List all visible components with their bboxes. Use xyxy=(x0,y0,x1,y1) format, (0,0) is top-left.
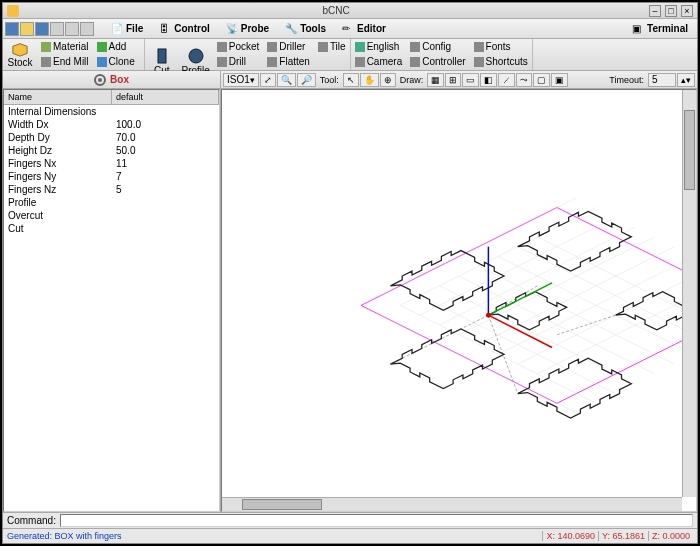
svg-line-25 xyxy=(488,315,517,393)
save-icon[interactable] xyxy=(35,22,49,36)
table-row[interactable]: Fingers Nx11 xyxy=(4,157,219,170)
prop-value[interactable] xyxy=(112,105,219,118)
svg-line-24 xyxy=(390,315,488,364)
svg-marker-0 xyxy=(13,44,27,56)
table-row[interactable]: Cut xyxy=(4,222,219,235)
prop-name: Overcut xyxy=(4,209,112,222)
menu-terminal[interactable]: ▣Terminal xyxy=(625,20,695,38)
col-default-header[interactable]: default xyxy=(112,90,219,104)
zoom-in-button[interactable]: 🔍 xyxy=(277,73,296,87)
table-row[interactable]: Width Dx100.0 xyxy=(4,118,219,131)
draw-grid-button[interactable]: ▦ xyxy=(427,73,444,87)
toolbar: Stock Material Add End Mill Clone Rename… xyxy=(3,39,697,71)
prop-value[interactable]: 7 xyxy=(112,170,219,183)
col-name-header[interactable]: Name xyxy=(4,90,112,104)
vertical-scrollbar[interactable] xyxy=(682,90,696,497)
menu-tools[interactable]: 🔧Tools xyxy=(278,20,333,38)
zoom-out-button[interactable]: 🔎 xyxy=(297,73,316,87)
canvas-toolbar: ISO1 ▾ ⤢ 🔍 🔎 Tool: ↖ ✋ ⊕ Draw: ▦ ⊞ ▭ ◧ ⟋… xyxy=(221,71,697,89)
drill-icon xyxy=(217,57,227,67)
material-button[interactable]: Material xyxy=(37,39,93,54)
minimize-button[interactable]: – xyxy=(649,5,661,17)
menu-control[interactable]: 🎛Control xyxy=(152,20,217,38)
command-input[interactable] xyxy=(60,514,693,527)
status-message: Generated: BOX with fingers xyxy=(7,531,542,541)
timeout-spinner[interactable]: ▴▾ xyxy=(677,73,695,87)
prop-value[interactable]: 70.0 xyxy=(112,131,219,144)
add-button[interactable]: Add xyxy=(93,39,131,54)
draw-probe-button[interactable]: ◧ xyxy=(480,73,497,87)
fonts-button[interactable]: Fonts xyxy=(470,39,532,54)
controller-button[interactable]: Controller xyxy=(406,54,469,69)
close-button[interactable]: × xyxy=(681,5,693,17)
pocket-button[interactable]: Pocket xyxy=(213,39,264,54)
window-title: bCNC xyxy=(23,5,649,16)
pan-tool-button[interactable]: ✋ xyxy=(360,73,379,87)
timeout-label: Timeout: xyxy=(606,73,647,87)
panel-header: Box xyxy=(3,71,220,89)
prop-value[interactable]: 100.0 xyxy=(112,118,219,131)
drill-button[interactable]: Drill xyxy=(213,54,264,69)
shortcuts-button[interactable]: Shortcuts xyxy=(470,54,532,69)
draw-margin-button[interactable]: ▭ xyxy=(462,73,479,87)
draw-axes-button[interactable]: ⊞ xyxy=(445,73,461,87)
prop-value[interactable] xyxy=(112,209,219,222)
dropdown-icon[interactable] xyxy=(50,22,64,36)
endmill-icon xyxy=(41,57,51,67)
table-row[interactable]: Depth Dy70.0 xyxy=(4,131,219,144)
menu-editor[interactable]: ✏Editor xyxy=(335,20,393,38)
camera-button[interactable]: Camera xyxy=(351,54,407,69)
draw-camera-button[interactable]: ▣ xyxy=(551,73,568,87)
prop-value[interactable]: 11 xyxy=(112,157,219,170)
stock-button[interactable]: Stock xyxy=(3,39,37,70)
origin-marker xyxy=(486,313,491,318)
prop-name: Depth Dy xyxy=(4,131,112,144)
table-row[interactable]: Height Dz50.0 xyxy=(4,144,219,157)
driller-button[interactable]: Driller xyxy=(263,39,314,54)
terminal-icon: ▣ xyxy=(632,23,644,35)
table-row[interactable]: Fingers Nz5 xyxy=(4,183,219,196)
table-row[interactable]: Profile xyxy=(4,196,219,209)
canvas-viewport[interactable] xyxy=(221,89,697,512)
flatten-icon xyxy=(267,57,277,67)
open-icon[interactable] xyxy=(20,22,34,36)
gantry-tool-button[interactable]: ⊕ xyxy=(380,73,396,87)
menu-probe[interactable]: 📡Probe xyxy=(219,20,276,38)
draw-rapid-button[interactable]: ⤳ xyxy=(516,73,532,87)
svg-line-13 xyxy=(518,266,696,364)
svg-point-4 xyxy=(98,78,102,82)
table-row[interactable]: Overcut xyxy=(4,209,219,222)
svg-rect-1 xyxy=(158,49,166,63)
select-tool-button[interactable]: ↖ xyxy=(343,73,359,87)
zoom-fit-button[interactable]: ⤢ xyxy=(260,73,276,87)
flatten-button[interactable]: Flatten xyxy=(263,54,314,69)
new-icon[interactable] xyxy=(5,22,19,36)
clone-button[interactable]: Clone xyxy=(93,54,139,69)
prop-value[interactable] xyxy=(112,222,219,235)
redo-icon[interactable] xyxy=(80,22,94,36)
horizontal-scrollbar[interactable] xyxy=(222,497,682,511)
draw-workarea-button[interactable]: ▢ xyxy=(533,73,550,87)
draw-paths-button[interactable]: ⟋ xyxy=(498,73,515,87)
menu-file[interactable]: 📄File xyxy=(104,20,150,38)
table-row[interactable]: Fingers Ny7 xyxy=(4,170,219,183)
prop-value[interactable]: 5 xyxy=(112,183,219,196)
tile-button[interactable]: Tile xyxy=(314,39,350,54)
maximize-button[interactable]: □ xyxy=(665,5,677,17)
config-button[interactable]: Config xyxy=(406,39,469,54)
english-button[interactable]: English xyxy=(351,39,407,54)
titlebar: bCNC – □ × xyxy=(3,3,697,19)
prop-value[interactable]: 50.0 xyxy=(112,144,219,157)
endmill-button[interactable]: End Mill xyxy=(37,54,93,69)
fonts-icon xyxy=(474,42,484,52)
svg-line-26 xyxy=(557,315,616,335)
timeout-value[interactable]: 5 xyxy=(648,73,676,87)
view-selector[interactable]: ISO1 ▾ xyxy=(223,73,259,87)
profile-icon xyxy=(186,47,206,65)
probe-icon: 📡 xyxy=(226,23,238,35)
table-row[interactable]: Internal Dimensions xyxy=(4,105,219,118)
prop-value[interactable] xyxy=(112,196,219,209)
material-icon xyxy=(41,42,51,52)
prop-name: Height Dz xyxy=(4,144,112,157)
undo-icon[interactable] xyxy=(65,22,79,36)
